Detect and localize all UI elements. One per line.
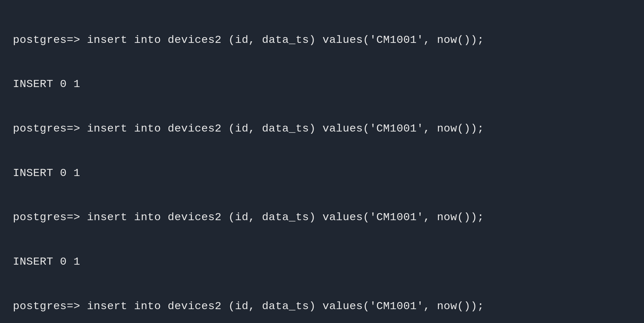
sql-command: insert into devices2 (id, data_ts) value… xyxy=(87,300,484,312)
sql-command: insert into devices2 (id, data_ts) value… xyxy=(87,211,484,223)
prompt: postgres=> xyxy=(13,34,87,46)
insert-result: INSERT 0 1 xyxy=(13,78,80,90)
prompt: postgres=> xyxy=(13,211,87,223)
terminal-response: INSERT 0 1 xyxy=(13,166,631,181)
terminal-line: postgres=> insert into devices2 (id, dat… xyxy=(13,122,631,136)
terminal-response: INSERT 0 1 xyxy=(13,77,631,92)
terminal-output[interactable]: postgres=> insert into devices2 (id, dat… xyxy=(13,3,631,323)
insert-result: INSERT 0 1 xyxy=(13,256,80,268)
sql-command: insert into devices2 (id, data_ts) value… xyxy=(87,34,484,46)
terminal-line: postgres=> insert into devices2 (id, dat… xyxy=(13,210,631,225)
terminal-line: postgres=> insert into devices2 (id, dat… xyxy=(13,33,631,48)
prompt: postgres=> xyxy=(13,300,87,312)
prompt: postgres=> xyxy=(13,122,87,135)
terminal-line: postgres=> insert into devices2 (id, dat… xyxy=(13,299,631,314)
sql-command: insert into devices2 (id, data_ts) value… xyxy=(87,122,484,135)
terminal-response: INSERT 0 1 xyxy=(13,255,631,269)
insert-result: INSERT 0 1 xyxy=(13,167,80,179)
